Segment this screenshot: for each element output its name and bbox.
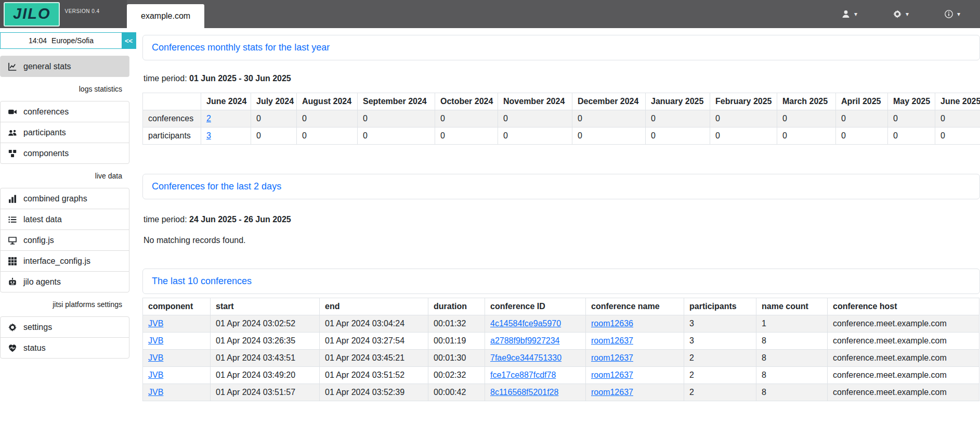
time-period-value: 01 Jun 2025 - 30 Jun 2025 [189, 74, 291, 83]
sidebar-collapse-button[interactable]: << [122, 33, 136, 48]
table-cell: room12636 [586, 315, 684, 333]
sidebar-group: settingsstatus [0, 316, 129, 359]
sidebar-item-latest-data[interactable]: latest data [0, 209, 129, 230]
tab-example-com[interactable]: example.com [127, 4, 204, 28]
monthly-stats-title[interactable]: Conferences monthly stats for the last y… [152, 42, 330, 53]
list-icon [8, 215, 17, 224]
conference-id-link[interactable]: 7fae9ce344751330 [490, 353, 561, 362]
table-cell: conference.meet.example.com [828, 350, 979, 367]
jilo-logo[interactable]: JILO [4, 2, 60, 27]
column-header: May 2025 [888, 93, 935, 110]
column-header: June 2025 [935, 93, 980, 110]
table-cell: 0 [777, 110, 836, 127]
table-cell: conference.meet.example.com [828, 315, 979, 333]
video-camera-icon [8, 107, 17, 117]
clock-time: 14:04 [29, 36, 47, 45]
column-header: duration [428, 298, 485, 315]
sidebar-item-interface-config-js[interactable]: interface_config.js [0, 250, 129, 272]
conference-id-link[interactable]: fce17ce887fcdf78 [490, 371, 556, 379]
table-cell: 4c14584fce9a5970 [485, 315, 586, 333]
settings-menu-button[interactable]: ▾ [887, 5, 914, 23]
table-cell: 8 [756, 367, 828, 384]
time-period-value: 24 Jun 2025 - 26 Jun 2025 [189, 215, 291, 224]
conference-id-link[interactable]: 8c116568f5201f28 [490, 388, 558, 397]
table-cell: 0 [836, 127, 888, 145]
component-link[interactable]: JVB [148, 371, 163, 379]
table-cell: 01 Apr 2024 03:49:20 [211, 367, 320, 384]
table-row: JVB01 Apr 2024 03:43:5101 Apr 2024 03:45… [143, 350, 979, 367]
desktop-icon [8, 236, 17, 245]
last-2-days-card-header: Conferences for the last 2 days [142, 174, 980, 199]
conference-name-link[interactable]: room12637 [591, 336, 633, 345]
last-10-card-header: The last 10 conferences [142, 269, 980, 294]
table-cell: 2 [684, 384, 756, 401]
components-icon [8, 149, 17, 158]
table-cell: 2 [684, 367, 756, 384]
table-cell: JVB [143, 384, 211, 401]
page-layout: 14:04 Europe/Sofia << general statslogs … [0, 28, 980, 421]
sidebar-item-status[interactable]: status [0, 337, 129, 359]
gear-icon [8, 323, 17, 332]
section-last-10-conferences: The last 10 conferences componentstarten… [142, 269, 980, 401]
sidebar-item-components[interactable]: components [0, 143, 129, 164]
last-10-title[interactable]: The last 10 conferences [152, 276, 252, 286]
conference-name-link[interactable]: room12637 [591, 388, 633, 397]
conference-name-link[interactable]: room12637 [591, 353, 633, 362]
table-cell: 0 [572, 127, 646, 145]
sidebar-group: conferencesparticipantscomponents [0, 101, 129, 164]
conference-name-link[interactable]: room12636 [591, 319, 633, 328]
sidebar-item-conferences[interactable]: conferences [0, 101, 129, 122]
table-cell: 0 [646, 110, 710, 127]
column-header [143, 93, 201, 110]
line-chart-icon [8, 62, 17, 71]
table-row: JVB01 Apr 2024 03:02:5201 Apr 2024 03:04… [143, 315, 979, 333]
stat-link[interactable]: 3 [206, 131, 211, 140]
sidebar-item-label: config.js [23, 236, 54, 245]
time-period-label: time period: [143, 74, 187, 83]
caret-down-icon: ▾ [854, 11, 857, 17]
sidebar-item-config-js[interactable]: config.js [0, 229, 129, 251]
last-2-days-title[interactable]: Conferences for the last 2 days [152, 181, 281, 192]
table-cell: JVB [143, 315, 211, 333]
version-label: VERSION 0.4 [64, 8, 99, 14]
monthly-stats-card-header: Conferences monthly stats for the last y… [142, 35, 980, 60]
table-cell: 2 [201, 110, 251, 127]
caret-down-icon: ▾ [957, 11, 960, 17]
table-cell: 3 [201, 127, 251, 145]
component-link[interactable]: JVB [148, 336, 163, 345]
conference-id-link[interactable]: 4c14584fce9a5970 [490, 319, 561, 328]
table-cell: 01 Apr 2024 03:27:54 [320, 333, 428, 350]
sidebar-item-combined-graphs[interactable]: combined graphs [0, 188, 129, 209]
column-header: start [211, 298, 320, 315]
table-cell: room12637 [586, 367, 684, 384]
user-icon [841, 9, 851, 19]
table-cell: 7fae9ce344751330 [485, 350, 586, 367]
table-cell: 00:02:32 [428, 367, 485, 384]
component-link[interactable]: JVB [148, 353, 163, 362]
topbar-menus: ▾▾▾ [836, 0, 980, 28]
sidebar-item-label: status [23, 343, 46, 353]
info-menu-button[interactable]: ▾ [939, 5, 965, 23]
table-cell: conference.meet.example.com [828, 367, 979, 384]
table-cell: 3 [684, 315, 756, 333]
table-cell: 01 Apr 2024 03:02:52 [211, 315, 320, 333]
conference-name-link[interactable]: room12637 [591, 371, 633, 379]
sidebar-item-label: interface_config.js [23, 257, 90, 266]
column-header: participants [684, 298, 756, 315]
sidebar-item-jilo-agents[interactable]: jilo agents [0, 271, 129, 292]
table-cell: 8 [756, 333, 828, 350]
sidebar-item-label: combined graphs [23, 194, 87, 203]
last-2-days-time-period: time period: 24 Jun 2025 - 26 Jun 2025 [143, 215, 980, 224]
stat-link[interactable]: 2 [206, 114, 211, 123]
sidebar-item-participants[interactable]: participants [0, 122, 129, 143]
component-link[interactable]: JVB [148, 319, 163, 328]
table-cell: 8 [756, 384, 828, 401]
conference-id-link[interactable]: a2788f9bf9927234 [490, 336, 559, 345]
table-header-row: componentstartenddurationconference IDco… [143, 298, 979, 315]
sidebar-item-settings[interactable]: settings [0, 316, 129, 338]
sidebar-item-general-stats[interactable]: general stats [0, 56, 129, 77]
table-cell: 0 [836, 110, 888, 127]
component-link[interactable]: JVB [148, 388, 163, 397]
topbar-brand-area: JILO VERSION 0.4 [0, 0, 127, 28]
user-menu-button[interactable]: ▾ [836, 5, 863, 23]
